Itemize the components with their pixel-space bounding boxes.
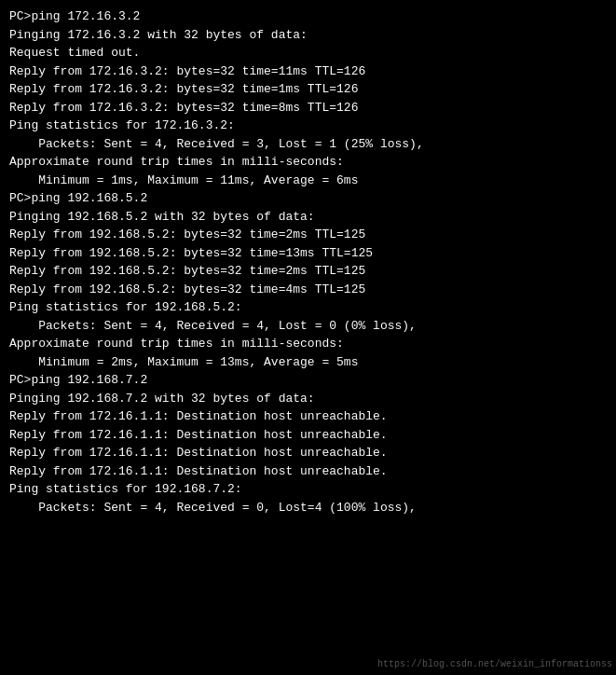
- terminal-line: Ping statistics for 192.168.7.2:: [9, 480, 607, 499]
- terminal-line: Packets: Sent = 4, Received = 3, Lost = …: [9, 135, 607, 154]
- terminal-line: Packets: Sent = 4, Received = 0, Lost=4 …: [9, 499, 607, 517]
- terminal-line: PC>ping 192.168.5.2: [9, 189, 607, 208]
- terminal-line: Reply from 192.168.5.2: bytes=32 time=2m…: [9, 226, 607, 244]
- watermark: https://blog.csdn.net/weixin_information…: [377, 657, 612, 671]
- terminal-line: Pinging 192.168.5.2 with 32 bytes of dat…: [9, 208, 607, 227]
- terminal-line: Ping statistics for 192.168.5.2:: [9, 298, 607, 317]
- terminal-line: Reply from 192.168.5.2: bytes=32 time=2m…: [9, 262, 607, 281]
- terminal-line: Ping statistics for 172.16.3.2:: [9, 117, 607, 135]
- terminal-line: Reply from 192.168.5.2: bytes=32 time=4m…: [9, 281, 607, 299]
- terminal-line: Reply from 172.16.3.2: bytes=32 time=11m…: [9, 62, 607, 81]
- terminal-line: Reply from 172.16.3.2: bytes=32 time=8ms…: [9, 99, 607, 117]
- terminal-line: Request timed out.: [9, 44, 607, 62]
- terminal-line: Reply from 172.16.3.2: bytes=32 time=1ms…: [9, 80, 607, 99]
- terminal-line: Reply from 172.16.1.1: Destination host …: [9, 462, 607, 481]
- terminal-line: Minimum = 1ms, Maximum = 11ms, Average =…: [9, 172, 607, 190]
- terminal-line: Reply from 172.16.1.1: Destination host …: [9, 407, 607, 426]
- terminal-line: Reply from 192.168.5.2: bytes=32 time=13…: [9, 244, 607, 263]
- terminal-line: Packets: Sent = 4, Received = 4, Lost = …: [9, 317, 607, 336]
- terminal-line: Approximate round trip times in milli-se…: [9, 335, 607, 353]
- terminal-output: PC>ping 172.16.3.2Pinging 172.16.3.2 wit…: [9, 7, 607, 517]
- terminal-line: Approximate round trip times in milli-se…: [9, 153, 607, 172]
- terminal-line: PC>ping 172.16.3.2: [9, 7, 607, 26]
- terminal-line: Pinging 172.16.3.2 with 32 bytes of data…: [9, 26, 607, 45]
- terminal-line: PC>ping 192.168.7.2: [9, 371, 607, 390]
- terminal-line: Reply from 172.16.1.1: Destination host …: [9, 444, 607, 462]
- terminal-line: Pinging 192.168.7.2 with 32 bytes of dat…: [9, 390, 607, 408]
- terminal-line: Minimum = 2ms, Maximum = 13ms, Average =…: [9, 353, 607, 372]
- terminal-line: Reply from 172.16.1.1: Destination host …: [9, 426, 607, 445]
